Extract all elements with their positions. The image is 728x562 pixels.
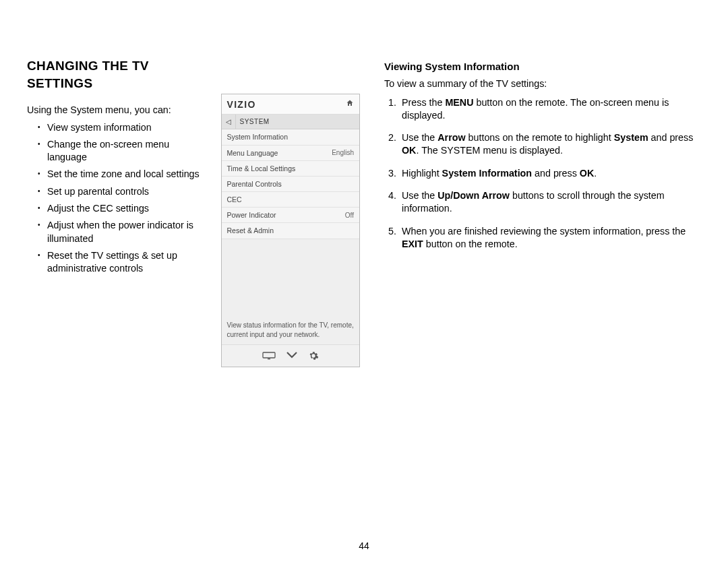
step-text: Use the (402, 190, 437, 201)
gear-icon (308, 350, 319, 361)
capabilities-list: View system information Change the on-sc… (27, 121, 204, 276)
step-bold: System (614, 132, 648, 143)
list-item: Adjust when the power indicator is illum… (38, 219, 204, 245)
menu-item-value: English (332, 148, 354, 158)
section-title: CHANGING THE TV SETTINGS (27, 57, 204, 92)
step-item: Highlight System Information and press O… (399, 167, 696, 180)
menu-header: VIZIO (222, 94, 359, 115)
menu-item-value: Off (345, 211, 354, 220)
menu-item-label: Menu Language (227, 148, 278, 158)
menu-item-time-local: Time & Local Settings (222, 161, 359, 177)
step-bold: OK (402, 145, 416, 156)
menu-help-text-content: View status information for the TV, remo… (227, 321, 354, 339)
steps-list: Press the MENU button on the remote. The… (384, 96, 696, 251)
step-bold: Up/Down Arrow (437, 190, 510, 201)
menu-item-parental-controls: Parental Controls (222, 177, 359, 192)
chevron-down-icon (285, 350, 299, 361)
menu-title-row: ◁ SYSTEM (222, 115, 359, 130)
list-item: Adjust the CEC settings (38, 202, 204, 215)
left-column-text: CHANGING THE TV SETTINGS Using the Syste… (27, 57, 204, 367)
step-item: Use the Up/Down Arrow buttons to scroll … (399, 189, 696, 216)
list-item: Set up parental controls (38, 185, 204, 198)
step-text: button on the remote. (423, 239, 518, 249)
step-text: Use the (402, 132, 437, 143)
menu-item-label: System Information (227, 132, 288, 142)
step-item: When you are finished reviewing the syst… (399, 225, 696, 251)
menu-title: SYSTEM (236, 115, 274, 129)
step-bold: EXIT (402, 239, 423, 249)
list-item: Reset the TV settings & set up administr… (38, 249, 204, 276)
step-text: Press the (402, 97, 445, 108)
step-text: . The SYSTEM menu is displayed. (416, 145, 562, 156)
intro-text: Using the System menu, you can: (27, 104, 204, 117)
right-column: Viewing System Information To view a sum… (384, 57, 696, 367)
home-icon (346, 99, 354, 110)
menu-footer (222, 344, 359, 367)
menu-item-label: Time & Local Settings (227, 164, 296, 173)
menu-item-label: CEC (227, 195, 242, 204)
menu-items: System Information Menu Language English… (222, 129, 359, 239)
menu-item-power-indicator: Power Indicator Off (222, 208, 359, 223)
menu-item-label: Reset & Admin (227, 226, 274, 235)
left-column: CHANGING THE TV SETTINGS Using the Syste… (27, 57, 360, 367)
step-text: . (594, 168, 597, 179)
list-item: Change the on-screen menu language (38, 138, 204, 164)
subsection-title: Viewing System Information (384, 60, 696, 73)
step-bold: System Information (442, 168, 532, 179)
svg-rect-0 (263, 352, 275, 358)
system-menu-figure: VIZIO ◁ SYSTEM System Information (221, 94, 360, 367)
step-bold: MENU (445, 97, 473, 108)
menu-item-menu-language: Menu Language English (222, 146, 359, 161)
step-text: Highlight (402, 168, 442, 179)
step-item: Press the MENU button on the remote. The… (399, 96, 696, 123)
wide-icon (262, 350, 276, 361)
step-bold: Arrow (437, 132, 465, 143)
menu-item-label: Parental Controls (227, 179, 282, 189)
manual-page: CHANGING THE TV SETTINGS Using the Syste… (0, 0, 728, 562)
list-item: Set the time zone and local settings (38, 168, 204, 181)
step-text: buttons on the remote to highlight (466, 132, 614, 143)
two-column-layout: CHANGING THE TV SETTINGS Using the Syste… (27, 57, 701, 367)
menu-panel: VIZIO ◁ SYSTEM System Information (221, 94, 360, 367)
step-item: Use the Arrow buttons on the remote to h… (399, 131, 696, 158)
step-bold: OK (580, 168, 594, 179)
menu-item-system-information: System Information (222, 129, 359, 145)
menu-item-reset-admin: Reset & Admin (222, 223, 359, 239)
menu-item-cec: CEC (222, 192, 359, 208)
list-item: View system information (38, 121, 204, 134)
step-text: and press (648, 132, 694, 143)
brand-logo: VIZIO (227, 98, 256, 111)
page-number: 44 (0, 540, 728, 553)
menu-item-label: Power Indicator (227, 210, 276, 220)
step-text: and press (532, 168, 580, 179)
subsection-lead: To view a summary of the TV settings: (384, 77, 696, 90)
step-text: When you are finished reviewing the syst… (402, 226, 686, 237)
menu-help-text: View status information for the TV, remo… (222, 239, 359, 344)
svg-rect-1 (268, 358, 270, 359)
back-icon: ◁ (222, 115, 236, 129)
